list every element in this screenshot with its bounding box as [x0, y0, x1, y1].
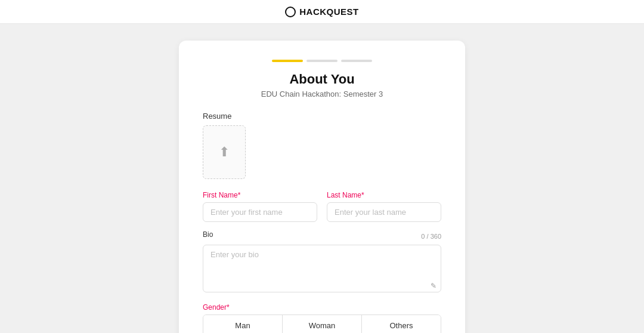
gender-others-button[interactable]: Others [362, 315, 441, 333]
name-row: First Name* Last Name* [203, 191, 441, 222]
logo-text: HACKQUEST [299, 7, 359, 17]
logo: HACKQUEST [285, 7, 359, 17]
progress-segment-3 [341, 60, 372, 62]
last-name-input[interactable] [327, 202, 441, 222]
progress-bar [203, 60, 441, 62]
card-subtitle: EDU Chain Hackathon: Semester 3 [203, 90, 441, 98]
last-name-label: Last Name* [327, 191, 441, 199]
gender-buttons: Man Woman Others [203, 314, 441, 333]
gender-label: Gender* [203, 303, 441, 312]
main-card: About You EDU Chain Hackathon: Semester … [179, 41, 465, 333]
bio-input[interactable] [203, 245, 441, 292]
logo-icon [285, 7, 296, 17]
top-bar: HACKQUEST [0, 0, 644, 24]
edit-icon: ✎ [431, 282, 436, 290]
card-title: About You [203, 72, 441, 87]
gender-section: Gender* Man Woman Others [203, 303, 441, 333]
first-name-group: First Name* [203, 191, 317, 222]
resume-label: Resume [203, 112, 441, 121]
first-name-input[interactable] [203, 202, 317, 222]
bio-wrapper: Bio 0 / 360 ✎ [203, 230, 441, 295]
last-name-group: Last Name* [327, 191, 441, 222]
gender-woman-button[interactable]: Woman [283, 315, 362, 333]
bio-label: Bio [203, 230, 213, 239]
bio-header: Bio 0 / 360 [203, 230, 441, 242]
progress-segment-2 [306, 60, 338, 62]
first-name-label: First Name* [203, 191, 317, 199]
resume-upload[interactable]: ⬆ [203, 125, 246, 179]
upload-icon: ⬆ [219, 144, 230, 160]
progress-segment-1 [272, 60, 303, 62]
gender-man-button[interactable]: Man [203, 315, 283, 333]
bio-count: 0 / 360 [421, 233, 441, 240]
